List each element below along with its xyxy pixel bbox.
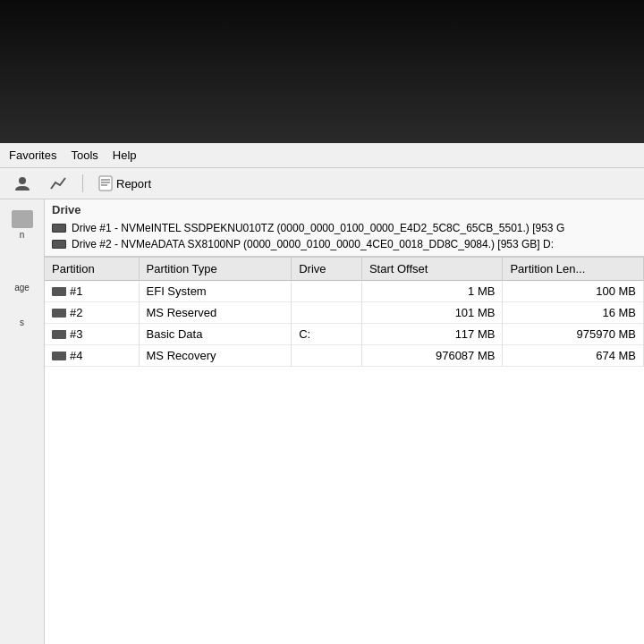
- table-row[interactable]: #2 MS Reserved 101 MB 16 MB: [45, 302, 644, 324]
- cell-drive-4: [292, 345, 362, 367]
- cell-len-4: 674 MB: [503, 345, 644, 367]
- partition-icon-2: [52, 309, 66, 318]
- cell-partition-2: #2: [45, 302, 139, 324]
- drive-icon-1: [52, 224, 66, 233]
- partition-icon-1: [52, 287, 66, 296]
- cell-type-1: EFI System: [139, 281, 292, 302]
- table-row[interactable]: #1 EFI System 1 MB 100 MB: [45, 281, 644, 302]
- cell-drive-1: [292, 281, 362, 302]
- chart-icon: [49, 174, 67, 192]
- col-header-type: Partition Type: [139, 258, 292, 281]
- cell-type-4: MS Recovery: [139, 345, 292, 367]
- menu-tools[interactable]: Tools: [64, 147, 105, 164]
- cell-drive-3: C:: [292, 324, 362, 345]
- drive-entry-1[interactable]: Drive #1 - NVMeINTEL SSDPEKNU010TZ (0000…: [52, 220, 637, 236]
- left-sidebar: n age s: [0, 199, 45, 644]
- svg-rect-1: [99, 176, 112, 191]
- drive-label-2: Drive #2 - NVMeADATA SX8100NP (0000_0000…: [72, 238, 554, 250]
- cell-partition-4: #4: [45, 345, 139, 367]
- col-header-len: Partition Len...: [503, 258, 644, 281]
- table-row[interactable]: #3 Basic Data C: 117 MB 975970 MB: [45, 324, 644, 345]
- menu-bar: Favorites Tools Help: [0, 143, 644, 168]
- cell-len-1: 100 MB: [503, 281, 644, 302]
- cell-len-3: 975970 MB: [503, 324, 644, 345]
- cell-start-2: 101 MB: [361, 302, 503, 324]
- chart-icon-button[interactable]: [43, 172, 73, 195]
- toolbar-divider: [82, 174, 83, 192]
- menu-help[interactable]: Help: [106, 147, 144, 164]
- drive-label-1: Drive #1 - NVMeINTEL SSDPEKNU010TZ (0000…: [72, 222, 564, 234]
- sidebar-icon-1: [12, 210, 33, 228]
- partition-icon-3: [52, 330, 66, 339]
- partitions-section: Partition Partition Type Drive Start Off…: [45, 258, 644, 367]
- sidebar-item-1[interactable]: n: [4, 207, 40, 243]
- drive-entry-2[interactable]: Drive #2 - NVMeADATA SX8100NP (0000_0000…: [52, 236, 637, 252]
- svg-point-0: [19, 177, 26, 184]
- toolbar: Report: [0, 168, 644, 199]
- table-header: Partition Partition Type Drive Start Off…: [45, 258, 644, 281]
- cell-type-3: Basic Data: [139, 324, 292, 345]
- report-button[interactable]: Report: [92, 173, 157, 194]
- top-bezel: [0, 0, 644, 143]
- report-icon: [98, 175, 113, 191]
- report-label: Report: [116, 177, 151, 191]
- cell-start-1: 1 MB: [361, 281, 503, 302]
- sidebar-item-3[interactable]: s: [4, 314, 40, 331]
- partition-table: Partition Partition Type Drive Start Off…: [45, 258, 644, 367]
- drive-icon-2: [52, 240, 66, 249]
- main-panel: Drive Drive #1 - NVMeINTEL SSDPEKNU010TZ…: [45, 199, 644, 644]
- col-header-partition: Partition: [45, 258, 139, 281]
- col-header-drive: Drive: [292, 258, 362, 281]
- sidebar-label-3: s: [20, 318, 24, 327]
- drives-header: Drive: [52, 203, 637, 216]
- cell-start-3: 117 MB: [361, 324, 503, 345]
- cell-partition-3: #3: [45, 324, 139, 345]
- drives-section: Drive Drive #1 - NVMeINTEL SSDPEKNU010TZ…: [45, 199, 644, 258]
- user-icon: [13, 174, 31, 192]
- cell-type-2: MS Reserved: [139, 302, 292, 324]
- cell-drive-2: [292, 302, 362, 324]
- table-row[interactable]: #4 MS Recovery 976087 MB 674 MB: [45, 345, 644, 367]
- sidebar-label-1: n: [20, 230, 25, 240]
- sidebar-item-2[interactable]: age: [4, 279, 40, 296]
- partition-icon-4: [52, 352, 66, 360]
- table-body: #1 EFI System 1 MB 100 MB: [45, 281, 644, 367]
- sidebar-label-2: age: [14, 283, 30, 292]
- cell-start-4: 976087 MB: [361, 345, 503, 367]
- user-icon-button[interactable]: [7, 172, 38, 195]
- menu-favorites[interactable]: Favorites: [2, 147, 64, 164]
- col-header-start: Start Offset: [361, 258, 503, 281]
- main-window: Favorites Tools Help: [0, 143, 644, 644]
- cell-len-2: 16 MB: [503, 302, 644, 324]
- content-area: n age s Drive Drive #1 - NVMeINTEL SSDPE…: [0, 199, 644, 644]
- cell-partition-1: #1: [45, 281, 139, 302]
